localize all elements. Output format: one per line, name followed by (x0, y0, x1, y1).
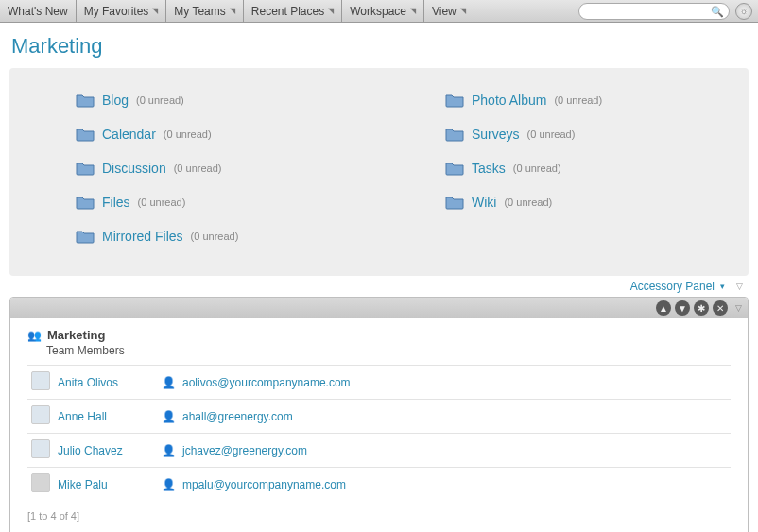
folder-label: Wiki (472, 195, 496, 210)
team-panel-body: 👥 Marketing Team Members Anita Olivos 👤 … (10, 318, 748, 532)
folder-icon (76, 229, 95, 244)
folder-label: Surveys (472, 127, 520, 142)
dropdown-icon: ◥ (152, 7, 158, 15)
panel-settings-button[interactable]: ✱ (694, 300, 709, 316)
folder-icon (76, 195, 95, 210)
folder-unread: (0 unread) (554, 94, 602, 106)
folder-unread: (0 unread) (136, 94, 184, 106)
member-name-link[interactable]: Anita Olivos (58, 376, 118, 389)
folder-label: Mirrored Files (102, 229, 183, 244)
menu-my-favorites[interactable]: My Favorites ◥ (77, 0, 167, 22)
dropdown-icon: ◥ (410, 7, 416, 15)
team-panel-header: ▲ ▼ ✱ ✕ ▽ (10, 298, 748, 318)
folder-unread: (0 unread) (527, 129, 576, 140)
folder-unread: (0 unread) (513, 163, 561, 174)
spacer (474, 0, 578, 22)
menu-my-teams[interactable]: My Teams ◥ (166, 0, 243, 22)
team-title-row: 👥 Marketing (27, 328, 731, 342)
folder-grid: Blog (0 unread) Calendar (0 unread) Disc… (19, 83, 739, 253)
folder-unread: (0 unread) (138, 197, 186, 208)
dropdown-icon: ◥ (460, 7, 466, 15)
folder-icon (445, 195, 464, 210)
folder-files[interactable]: Files (0 unread) (19, 185, 370, 219)
folder-column-left: Blog (0 unread) Calendar (0 unread) Disc… (19, 83, 370, 253)
folder-icon (76, 161, 95, 176)
folder-surveys[interactable]: Surveys (0 unread) (388, 117, 739, 151)
search-box: 🔍 (578, 3, 730, 20)
search-input[interactable] (578, 3, 730, 20)
menu-workspace[interactable]: Workspace ◥ (342, 0, 424, 22)
member-email-link[interactable]: aolivos@yourcompanyname.com (182, 376, 351, 389)
folder-label: Discussion (102, 161, 166, 176)
avatar (31, 439, 50, 458)
folder-unread: (0 unread) (504, 197, 552, 208)
panel-collapse-icon[interactable]: ▽ (735, 303, 742, 313)
folder-unread: (0 unread) (164, 129, 212, 140)
panel-up-button[interactable]: ▲ (656, 300, 671, 316)
folder-calendar[interactable]: Calendar (0 unread) (19, 117, 370, 151)
dropdown-icon: ◥ (328, 7, 334, 15)
menu-recent-places[interactable]: Recent Places ◥ (244, 0, 342, 22)
dropdown-icon: ◥ (230, 7, 235, 15)
menu-label: Recent Places (251, 5, 324, 18)
table-row: Julio Chavez 👤 jchavez@greenergy.com (27, 434, 731, 468)
folder-blog[interactable]: Blog (0 unread) (19, 83, 370, 117)
folder-panel: Blog (0 unread) Calendar (0 unread) Disc… (9, 68, 749, 276)
member-email-link[interactable]: jchavez@greenergy.com (182, 444, 307, 457)
presence-icon: 👤 (162, 410, 175, 423)
folder-label: Photo Album (472, 93, 546, 108)
team-members-panel: ▲ ▼ ✱ ✕ ▽ 👥 Marketing Team Members Anita… (9, 297, 749, 532)
folder-mirrored-files[interactable]: Mirrored Files (0 unread) (19, 219, 370, 253)
page-title: Marketing (11, 34, 749, 59)
folder-unread: (0 unread) (174, 163, 222, 174)
top-menu-bar: What's New My Favorites ◥ My Teams ◥ Rec… (0, 0, 758, 23)
folder-photo-album[interactable]: Photo Album (0 unread) (388, 83, 739, 117)
folder-wiki[interactable]: Wiki (0 unread) (388, 185, 739, 219)
team-subtitle: Team Members (46, 344, 731, 357)
caret-down-icon: ▾ (720, 282, 725, 291)
presence-icon: 👤 (162, 376, 175, 389)
folder-discussion[interactable]: Discussion (0 unread) (19, 151, 370, 185)
folder-label: Calendar (102, 127, 156, 142)
member-name-link[interactable]: Anne Hall (58, 410, 107, 423)
member-email-link[interactable]: ahall@greenergy.com (182, 410, 293, 423)
folder-label: Tasks (472, 161, 506, 176)
table-row: Anita Olivos 👤 aolivos@yourcompanyname.c… (27, 366, 731, 400)
menu-label: My Teams (174, 5, 225, 18)
presence-icon: 👤 (162, 478, 175, 491)
menu-whats-new[interactable]: What's New (0, 0, 77, 22)
accessory-panel-toggle[interactable]: Accessory Panel ▾ ▽ (9, 276, 749, 297)
folder-unread: (0 unread) (191, 231, 239, 242)
menu-view[interactable]: View ◥ (424, 0, 474, 22)
avatar (31, 405, 50, 424)
menu-label: What's New (8, 5, 68, 18)
panel-down-button[interactable]: ▼ (675, 300, 690, 316)
team-icon: 👥 (27, 329, 42, 342)
folder-icon (445, 127, 464, 142)
table-row: Anne Hall 👤 ahall@greenergy.com (27, 400, 731, 434)
main-content: Marketing Blog (0 unread) Calendar (0 un… (0, 23, 758, 532)
folder-label: Files (102, 195, 130, 210)
folder-icon (76, 93, 95, 108)
member-name-link[interactable]: Mike Palu (58, 478, 108, 491)
members-table: Anita Olivos 👤 aolivos@yourcompanyname.c… (27, 365, 731, 501)
menu-label: My Favorites (84, 5, 149, 18)
search-area: 🔍 ☼ (578, 0, 758, 22)
menu-label: Workspace (350, 5, 406, 18)
member-name-link[interactable]: Julio Chavez (58, 444, 123, 457)
folder-icon (445, 161, 464, 176)
menu-label: View (432, 5, 457, 18)
avatar (31, 473, 50, 492)
folder-tasks[interactable]: Tasks (0 unread) (388, 151, 739, 185)
presence-button[interactable]: ☼ (735, 3, 752, 20)
panel-close-button[interactable]: ✕ (713, 300, 728, 316)
member-email-link[interactable]: mpalu@yourcompanyname.com (182, 478, 346, 491)
avatar (31, 371, 50, 390)
folder-label: Blog (102, 93, 129, 108)
table-row: Mike Palu 👤 mpalu@yourcompanyname.com (27, 468, 731, 502)
chevron-icon: ▽ (736, 282, 743, 291)
presence-icon: 👤 (162, 444, 175, 457)
accessory-label: Accessory Panel (630, 280, 715, 293)
folder-icon (76, 127, 95, 142)
folder-icon (445, 93, 464, 108)
